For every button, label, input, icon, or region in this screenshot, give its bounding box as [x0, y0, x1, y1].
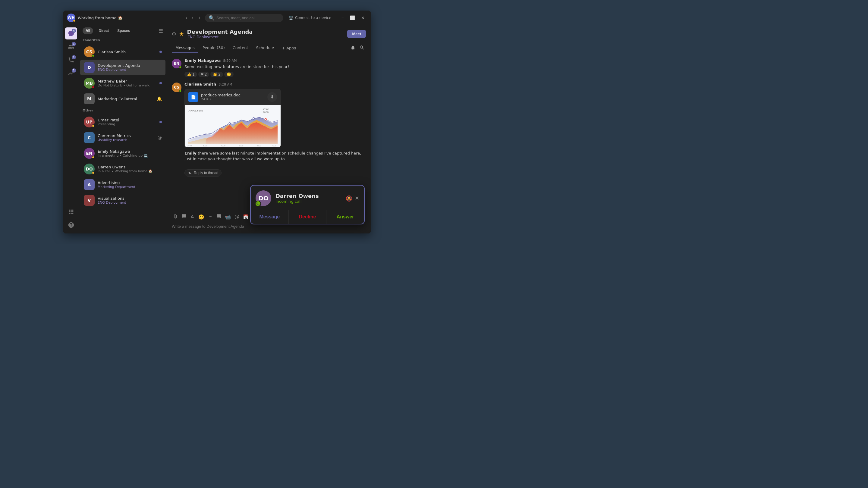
gif-button[interactable]: [207, 213, 214, 221]
schedule-button[interactable]: 📅: [242, 213, 250, 221]
message-group-emily: EN Emily Nakagawa 8:20 AM Some exciting …: [172, 58, 366, 77]
chat-header-right: Meet: [347, 30, 366, 38]
reaction-count-1: 1: [192, 72, 195, 76]
chat-item-matthew[interactable]: MB Matthew Baker Do Not Disturb • Out fo…: [80, 75, 165, 91]
search-bar[interactable]: 🔍: [205, 14, 283, 22]
avatar-umar: UP: [84, 117, 95, 127]
chat-name-matthew: Matthew Baker: [98, 79, 156, 84]
meet-button[interactable]: Meet: [347, 30, 366, 38]
title-bar: WH Working from home 🏠 ‹ › + 🔍 🖥️ Connec…: [63, 10, 371, 25]
at-icon-marketing: 🔔: [157, 96, 162, 101]
tab-schedule[interactable]: Schedule: [252, 43, 278, 53]
call-close-button[interactable]: ✕: [355, 195, 359, 201]
avatar-advertising: A: [84, 179, 95, 190]
chat-bubble-button[interactable]: [180, 213, 187, 221]
chat-item-advertising[interactable]: A Advertising Marketing Department: [80, 177, 165, 193]
meet-button-toolbar[interactable]: 📹: [224, 213, 232, 221]
tab-content[interactable]: Content: [229, 43, 252, 53]
file-card[interactable]: 📄 product-metrics.doc 24 KB ⬇: [184, 89, 281, 147]
connect-device-btn[interactable]: 🖥️ Connect to a device: [286, 14, 334, 21]
svg-text:7658: 7658: [262, 111, 269, 114]
teams-window: WH Working from home 🏠 ‹ › + 🔍 🖥️ Connec…: [63, 10, 371, 233]
other-label: Other: [79, 107, 167, 114]
download-button[interactable]: ⬇: [267, 92, 277, 102]
sidebar-icon-calls[interactable]: 1: [65, 54, 77, 66]
chat-item-clarissa[interactable]: CS Clarissa Smith: [80, 44, 165, 60]
chat-item-dev-agenda[interactable]: D Development Agenda ENG Deployment: [80, 60, 165, 75]
chat-item-umar[interactable]: UP Umar Patel Presenting: [80, 114, 165, 130]
sidebar-icon-activity[interactable]: 1: [65, 67, 77, 79]
chat-name-clarissa: Clarissa Smith: [98, 50, 156, 54]
reaction-thumbsup[interactable]: 👍 1: [184, 72, 197, 77]
search-icon: 🔍: [209, 15, 215, 21]
search-chat-icon[interactable]: [358, 44, 366, 53]
add-reaction[interactable]: 🙂: [224, 72, 234, 77]
status-darren: [92, 171, 95, 174]
message-text-clarissa: Emily there were some last minute implem…: [184, 150, 366, 162]
filter-icon[interactable]: ☰: [159, 28, 163, 34]
sticker-button[interactable]: [215, 213, 222, 221]
format-button[interactable]: [189, 213, 196, 221]
chat-item-marketing[interactable]: M Marketing Collateral 🔔: [80, 91, 165, 107]
back-button[interactable]: ‹: [184, 14, 189, 22]
message-avatar-clarissa: CS: [172, 83, 181, 92]
search-input[interactable]: [216, 16, 280, 20]
reaction-clap[interactable]: 👏 2: [210, 72, 223, 77]
call-bell-icon[interactable]: 🔕: [346, 195, 352, 201]
star-icon[interactable]: ★: [179, 31, 184, 37]
chat-name-dev-agenda: Development Agenda: [98, 63, 162, 68]
sidebar-icon-help[interactable]: [65, 219, 77, 231]
call-answer-button[interactable]: Answer: [327, 210, 364, 224]
chat-badge: 4: [72, 29, 76, 33]
chat-item-darren[interactable]: DO Darren Owens In a call • Working from…: [80, 161, 165, 177]
unread-dot-matthew: [159, 82, 162, 84]
svg-text:4000: 4000: [221, 144, 225, 147]
chat-header-actions: [349, 44, 366, 53]
chat-item-common-metrics[interactable]: C Common Metrics Usability research @: [80, 130, 165, 145]
reaction-heart[interactable]: ❤️ 2: [198, 72, 210, 77]
chat-sub-dev-agenda: ENG Deployment: [98, 68, 162, 72]
reply-thread-button[interactable]: Reply to thread: [184, 169, 221, 176]
call-notif-right-actions: 🔕 ✕: [346, 195, 359, 201]
unread-dot-clarissa: [159, 51, 162, 53]
forward-button[interactable]: ›: [190, 14, 195, 22]
attach-button[interactable]: [172, 213, 179, 221]
svg-point-5: [253, 118, 255, 119]
status-clarissa: [92, 54, 95, 57]
sidebar-icon-apps[interactable]: [65, 206, 77, 218]
chat-list-scroll[interactable]: Favorites CS Clarissa Smith D: [79, 36, 167, 233]
chat-item-visualizations[interactable]: V Visualizations ENG Deployment: [80, 193, 165, 208]
message-group-clarissa: CS Clarissa Smith 8:28 AM 📄: [172, 82, 366, 162]
chat-name-marketing: Marketing Collateral: [98, 97, 154, 101]
chat-item-emily[interactable]: EN Emily Nakagawa In a meeting • Catchin…: [80, 145, 165, 161]
filter-direct[interactable]: Direct: [96, 27, 112, 34]
call-decline-button[interactable]: Decline: [289, 210, 327, 224]
maximize-button[interactable]: ⬜: [347, 14, 358, 22]
new-tab-button[interactable]: +: [196, 14, 203, 22]
avatar-visualizations: V: [84, 195, 95, 206]
msg-status-clarissa: [179, 90, 181, 92]
filter-all[interactable]: All: [83, 27, 93, 34]
incoming-call-icon: 📞: [255, 201, 261, 207]
user-avatar[interactable]: WH: [67, 13, 75, 22]
caller-name: Darren Owens: [276, 193, 341, 199]
sidebar-icon-teams[interactable]: 1: [65, 41, 77, 53]
mention-button[interactable]: @: [233, 213, 241, 221]
tab-messages[interactable]: Messages: [172, 43, 198, 53]
tab-apps[interactable]: + Apps: [278, 43, 300, 53]
minimize-button[interactable]: −: [339, 14, 346, 22]
close-button[interactable]: ✕: [359, 14, 367, 22]
user-status-dot: [73, 20, 75, 22]
sidebar-icon-chat[interactable]: 4: [65, 27, 77, 39]
avatar-emily: EN: [84, 148, 95, 159]
chat-sub-matthew: Do Not Disturb • Out for a walk: [98, 84, 156, 87]
settings-icon[interactable]: ⚙️: [172, 31, 176, 37]
tab-people[interactable]: People (30): [199, 43, 228, 53]
message-time-clarissa: 8:28 AM: [218, 83, 232, 87]
notification-icon[interactable]: [349, 44, 357, 53]
avatar-dev-agenda: D: [84, 62, 95, 73]
emoji-button[interactable]: 😊: [197, 213, 206, 221]
filter-spaces[interactable]: Spaces: [114, 27, 133, 34]
chat-list-panel: All Direct Spaces ☰ Favorites CS Clariss…: [79, 25, 167, 233]
call-message-button[interactable]: Message: [251, 210, 289, 224]
